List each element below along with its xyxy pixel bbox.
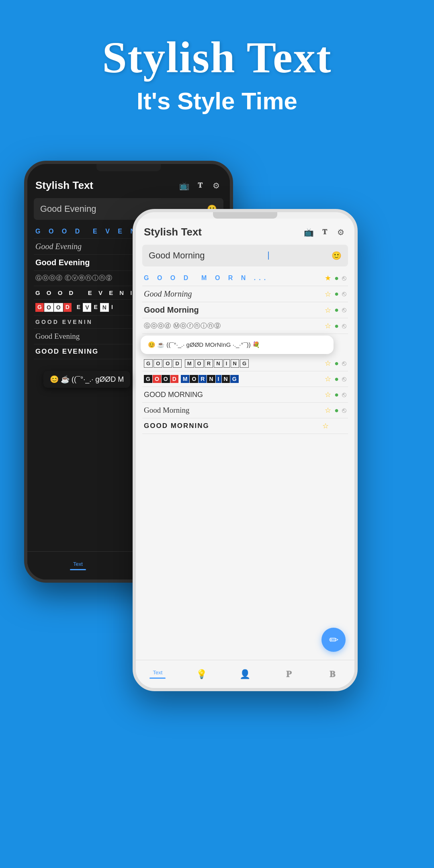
bc-o1: O [154, 359, 162, 368]
whatsapp-icon-7[interactable]: ● [334, 391, 339, 399]
text-format-icon-light[interactable]: 𝐓 [319, 227, 330, 238]
style-text-bold-light: Good Morning [144, 305, 199, 315]
fab-icon: ✏ [329, 633, 338, 647]
fab-button[interactable]: ✏ [321, 628, 346, 652]
style-actions-1: ★ ● ⎋ [325, 274, 346, 283]
whatsapp-icon-3[interactable]: ● [334, 306, 339, 314]
style-row-boxed-light: G O O D M O R N I N G ☆ ● ⎋ [142, 356, 348, 371]
star-icon-2[interactable]: ☆ [325, 290, 331, 299]
box-o1: O [44, 303, 53, 312]
text-format-icon-dark[interactable]: 𝐓 [194, 180, 206, 191]
box-d: D [63, 303, 72, 312]
light-input-field[interactable]: Good Morning 🙂 [142, 245, 348, 266]
cb-n2: N [222, 375, 230, 383]
cb-r: R [199, 375, 207, 383]
light-app-title: Stylish Text [144, 226, 202, 238]
style-row-bold-light: Good Morning ☆ ● ⎋ [142, 302, 348, 318]
bc-n2: N [231, 359, 239, 368]
star-icon-1[interactable]: ★ [325, 274, 331, 283]
cb-or: O [190, 375, 198, 383]
app-subtitle: It's Style Time [0, 87, 434, 115]
emoji-tooltip-light: 😊 ☕ ((¯°·_.· gØØD MOrNInG ·._·°¯)) 💐 [141, 336, 334, 354]
star-icon-3[interactable]: ☆ [325, 306, 331, 315]
style-text-caps-dark: GOOD EVENING [35, 348, 98, 356]
settings-icon-light[interactable]: ⚙ [335, 227, 346, 238]
cb-m: M [181, 375, 190, 383]
style-row-serif-light: Good Morning ☆ ● ⎋ [142, 403, 348, 418]
nav-person-icon-light: 👤 [240, 669, 250, 680]
whatsapp-icon-1[interactable]: ● [334, 274, 339, 283]
whatsapp-icon-4[interactable]: ● [334, 322, 339, 330]
share-icon-8[interactable]: ⎋ [342, 406, 346, 415]
box-e2: E [92, 303, 99, 312]
nav-text-dark[interactable]: Text [27, 561, 129, 570]
share-icon-4[interactable]: ⎋ [342, 322, 346, 330]
bc-r: R [205, 359, 213, 368]
style-text-serif-dark: Good Evening [35, 332, 80, 341]
dark-phone-notch [96, 164, 161, 171]
emoji-picker-icon-light[interactable]: 🙂 [332, 251, 342, 260]
share-icon-5[interactable]: ⎋ [342, 359, 346, 368]
nav-p-icon-light: 𝐏 [286, 669, 291, 680]
style-actions-8: ☆ ● ⎋ [325, 406, 346, 415]
cb-d: D [170, 375, 178, 383]
nav-b-icon-light: 𝐁 [330, 669, 336, 680]
header-section: Stylish Text It's Style Time [0, 0, 434, 115]
star-icon-6[interactable]: ☆ [325, 375, 331, 383]
style-text-circles-light: Ⓖⓞⓞⓓ Ⓜⓞⓡⓝⓘⓝⓖ [144, 322, 221, 330]
style-actions-6: ☆ ● ⎋ [325, 375, 346, 383]
bc-g2: G [240, 359, 249, 368]
style-text-smallcaps-light: GOOD MORNING [144, 391, 203, 399]
nav-p-light[interactable]: 𝐏 [267, 669, 311, 680]
style-row-circles-light: Ⓖⓞⓞⓓ Ⓜⓞⓡⓝⓘⓝⓖ ☆ ● ⎋ [142, 318, 348, 334]
nav-idea-icon-light: 💡 [196, 669, 207, 680]
share-icon-7[interactable]: ⎋ [342, 391, 346, 399]
star-icon-8[interactable]: ☆ [325, 406, 331, 415]
style-actions-4: ☆ ● ⎋ [325, 321, 346, 330]
style-row-cursive-light: Good Morning ☆ ● ⎋ [142, 286, 348, 302]
style-colored-boxes-light: G O O D M O R N I N G [144, 375, 239, 383]
star-icon-4[interactable]: ☆ [325, 321, 331, 330]
share-icon-3[interactable]: ⎋ [342, 306, 346, 314]
tooltip-text-dark: 😊 ☕ ((¯°·_.· gØØD M [50, 375, 124, 384]
style-row-spaced-light: G O O D M O R N ... ★ ● ⎋ [142, 270, 348, 286]
light-app-header: Stylish Text 📺 𝐓 ⚙ [142, 223, 348, 242]
star-icon-7[interactable]: ☆ [325, 390, 331, 399]
whatsapp-icon-2[interactable]: ● [334, 290, 339, 298]
share-icon-6[interactable]: ⎋ [342, 375, 346, 383]
settings-icon-dark[interactable]: ⚙ [211, 180, 222, 191]
nav-person-light[interactable]: 👤 [223, 669, 267, 680]
star-icon-9[interactable]: ☆ [322, 422, 329, 430]
whatsapp-icon-8[interactable]: ● [334, 406, 339, 415]
style-boxed-outline-light: G O O D M O R N I N G [144, 359, 249, 368]
style-text-outline-dark: GOOD EVENIN [35, 319, 93, 325]
style-row-colored-light: G O O D M O R N I N G ☆ ● ⎋ [142, 371, 348, 387]
light-phone-inner: Stylish Text 📺 𝐓 ⚙ Good Morning 🙂 G O O … [136, 219, 354, 688]
light-phone-notch [213, 212, 277, 219]
nav-idea-light[interactable]: 💡 [180, 669, 223, 680]
nav-text-light[interactable]: Text [136, 669, 180, 679]
dark-input-value: Good Evening [40, 204, 96, 214]
whatsapp-icon-5[interactable]: ● [334, 359, 339, 368]
style-text-caps-light: GOOD MORNING [144, 422, 209, 430]
cb-g2: G [230, 375, 239, 383]
style-text-circles-dark: Ⓖⓞⓞⓓ Ⓔⓥⓔⓝⓘⓝⓖ [35, 274, 113, 283]
nav-underline-light [149, 678, 166, 679]
share-icon-2[interactable]: ⎋ [342, 290, 346, 298]
style-actions-7: ☆ ● ⎋ [325, 390, 346, 399]
tv-icon-dark[interactable]: 📺 [178, 180, 190, 191]
dark-app-icons: 📺 𝐓 ⚙ [178, 180, 222, 191]
style-actions-9: ☆ [322, 422, 346, 430]
phones-container: Stylish Text 📺 𝐓 ⚙ Good Evening 🙂 G O O … [0, 129, 434, 868]
bc-or: O [195, 359, 204, 368]
nav-b-light[interactable]: 𝐁 [311, 669, 354, 680]
app-title: Stylish Text [0, 32, 434, 83]
box-g: G [35, 303, 44, 312]
whatsapp-icon-6[interactable]: ● [334, 375, 339, 383]
style-text-cursive-light: Good Morning [144, 289, 192, 299]
share-icon-1[interactable]: ⎋ [342, 274, 346, 283]
bc-d: D [173, 359, 181, 368]
tv-icon-light[interactable]: 📺 [303, 227, 314, 238]
light-input-value: Good Morning [149, 250, 205, 261]
star-icon-5[interactable]: ☆ [325, 359, 331, 368]
